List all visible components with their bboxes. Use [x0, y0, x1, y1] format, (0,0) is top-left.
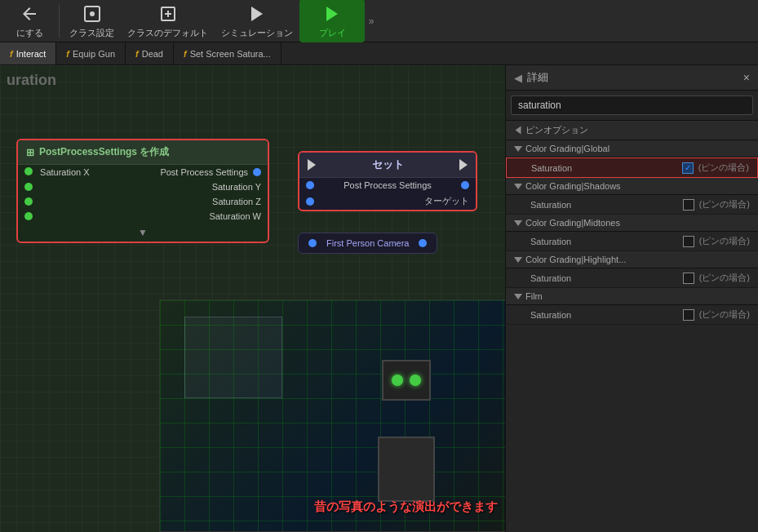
tab-equip-gun[interactable]: f Equip Gun — [56, 42, 126, 64]
node-pps-pin-saturation-y: Saturation Y — [18, 180, 268, 194]
pin-option-highlights-checkbox[interactable] — [683, 273, 694, 284]
section-label-midtones: Color Grading|Midtones — [525, 218, 620, 228]
class-settings-button[interactable]: クラス設定 — [63, 0, 121, 42]
pin-option-film-checkbox-area: (ピンの場合) — [683, 308, 750, 321]
section-triangle-midtones — [514, 220, 522, 226]
back-icon — [18, 2, 41, 25]
pin-option-highlights-checkbox-area: (ピンの場合) — [683, 272, 750, 284]
tab-dead[interactable]: f Dead — [126, 42, 174, 64]
game-viewport: 昔の写真のような演出ができます — [160, 300, 505, 531]
section-header-shadows[interactable]: Color Grading|Shadows — [506, 178, 758, 195]
class-settings-label: クラス設定 — [69, 27, 114, 39]
pin-saturation-w-label: Saturation W — [209, 211, 261, 221]
node-pps-expand[interactable]: ▼ — [18, 224, 268, 242]
pin-option-shadows-checkbox[interactable] — [683, 199, 694, 211]
pin-right-camera — [419, 239, 427, 247]
section-header-film[interactable]: Film — [506, 288, 758, 305]
tab-equip-gun-label: Equip Gun — [73, 49, 115, 59]
pin-options-section-header[interactable]: ピンオプション — [506, 121, 758, 140]
node-set-header: セット — [299, 153, 476, 178]
node-pps-pin-saturation-z: Saturation Z — [18, 194, 268, 209]
back-button[interactable]: にする — [3, 0, 55, 42]
tab-func-icon-equip: f — [66, 49, 69, 59]
node-set-pin-target: ターゲット — [299, 193, 476, 210]
pin-option-global-saturation-label: Saturation — [531, 163, 682, 173]
robot-body — [378, 437, 435, 502]
search-input[interactable] — [511, 95, 753, 115]
pin-dot-saturation-z — [24, 197, 33, 206]
pin-option-film-saturation-label: Saturation — [530, 310, 683, 320]
simulation-label: シミュレーション — [221, 27, 293, 39]
tab-interact[interactable]: f Interact — [0, 42, 56, 64]
section-header-highlights[interactable]: Color Grading|Highlight... — [506, 251, 758, 268]
class-defaults-button[interactable]: クラスのデフォルト — [121, 0, 215, 42]
node-postprocess-settings[interactable]: ⊞ PostProcessSettings を作成 Saturation X P… — [16, 139, 269, 243]
toolbar: にする クラス設定 クラスのデフォルト シミュレーション プレイ » — [0, 0, 758, 42]
toolbar-more-button[interactable]: » — [365, 0, 378, 42]
pin-options-label: ピンオプション — [525, 124, 588, 136]
node-set[interactable]: セット Post Process Settings ターゲット — [298, 151, 477, 211]
node-pps-pin-saturation-x: Saturation X Post Process Settings — [18, 165, 268, 180]
tab-func-icon-set-screen: f — [184, 49, 187, 59]
node-set-pin-pps: Post Process Settings — [299, 178, 476, 193]
section-label-shadows: Color Grading|Shadows — [525, 181, 621, 191]
panel-close-button[interactable]: × — [743, 71, 750, 84]
pin-option-global-pin-label: (ピンの場合) — [698, 162, 749, 174]
pin-option-midtones-checkbox[interactable] — [683, 236, 694, 247]
section-label-highlights: Color Grading|Highlight... — [525, 255, 626, 264]
game-viewport-container: 昔の写真のような演出ができます — [159, 299, 505, 532]
svg-marker-5 — [251, 7, 263, 21]
tab-set-screen[interactable]: f Set Screen Satura... — [174, 42, 281, 64]
pin-option-global-saturation: Saturation (ピンの場合) — [506, 157, 758, 178]
pin-option-midtones-saturation: Saturation (ピンの場合) — [506, 232, 758, 251]
node-pps-header: ⊞ PostProcessSettings を作成 — [18, 140, 268, 165]
right-panel-header: ◀ 詳細 × — [506, 65, 758, 91]
pin-dot-camera — [308, 239, 317, 247]
simulation-button[interactable]: シミュレーション — [215, 0, 299, 42]
pin-saturation-x-label: Saturation X — [40, 167, 90, 177]
pin-post-process-label: Post Process Settings — [160, 167, 248, 177]
pin-option-midtones-pin-label: (ピンの場合) — [699, 235, 750, 247]
pin-saturation-y-label: Saturation Y — [212, 182, 261, 192]
pin-saturation-z-label: Saturation Z — [212, 197, 261, 206]
toolbar-more-label: » — [369, 16, 375, 27]
blueprint-area[interactable]: uration ⊞ PostProcessSettings を作成 Satura… — [0, 65, 505, 532]
pin-dot-target — [306, 197, 314, 206]
pin-right-saturation-x — [253, 168, 261, 176]
blueprint-title: uration — [7, 72, 56, 89]
pin-option-midtones-checkbox-area: (ピンの場合) — [683, 235, 750, 247]
node-set-header-label: セット — [372, 157, 404, 172]
section-triangle-highlights — [514, 257, 522, 263]
main-area: uration ⊞ PostProcessSettings を作成 Satura… — [0, 65, 758, 532]
simulation-icon — [246, 2, 268, 25]
robot-eye-right — [410, 375, 421, 386]
pin-option-film-pin-label: (ピンの場合) — [699, 308, 750, 321]
pin-option-global-checkbox-area: (ピンの場合) — [682, 162, 749, 174]
play-icon — [321, 2, 344, 25]
pin-options-triangle — [516, 126, 521, 135]
pin-option-film-checkbox[interactable] — [683, 309, 694, 321]
pin-option-global-checkbox[interactable] — [682, 162, 694, 174]
node-pps-pin-saturation-w: Saturation W — [18, 209, 268, 224]
panel-title-area: ◀ 詳細 — [514, 70, 548, 85]
pin-option-midtones-saturation-label: Saturation — [530, 237, 683, 246]
section-label-film: Film — [525, 291, 543, 301]
pin-option-highlights-pin-label: (ピンの場合) — [699, 272, 750, 284]
tab-set-screen-label: Set Screen Satura... — [190, 49, 271, 59]
section-header-global[interactable]: Color Grading|Global — [506, 140, 758, 157]
class-defaults-label: クラスのデフォルト — [127, 27, 208, 39]
class-settings-icon — [81, 2, 104, 25]
panel-expand-icon: ◀ — [514, 72, 522, 84]
pin-option-film-saturation: Saturation (ピンの場合) — [506, 305, 758, 325]
section-header-midtones[interactable]: Color Grading|Midtones — [506, 215, 758, 232]
svg-point-1 — [90, 11, 95, 16]
exec-pin-in — [308, 159, 316, 171]
play-button[interactable]: プレイ — [299, 0, 365, 42]
node-camera[interactable]: First Person Camera — [298, 233, 437, 254]
pin-option-highlights-saturation-label: Saturation — [530, 273, 683, 283]
pin-right-pps — [461, 181, 469, 189]
robot-eye-left — [392, 375, 403, 386]
section-label-global: Color Grading|Global — [525, 144, 610, 153]
search-area — [506, 91, 758, 121]
class-defaults-icon — [157, 2, 180, 25]
